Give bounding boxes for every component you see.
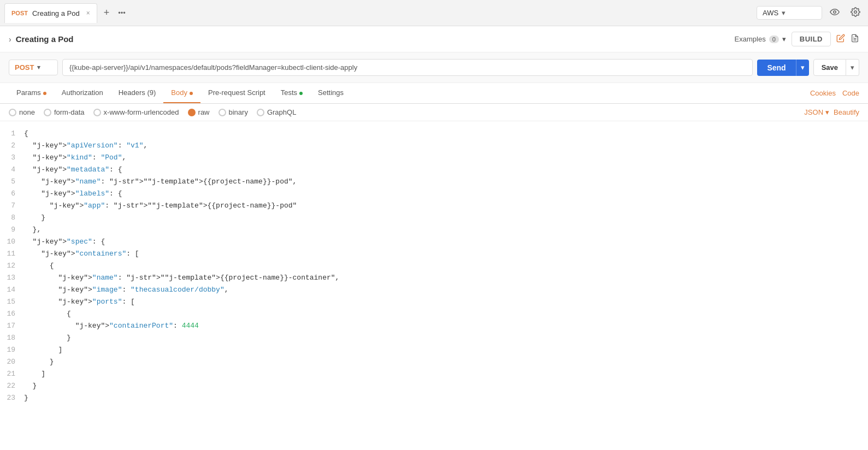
line-content: "j-key">"kind": "Pod", [22,152,868,164]
code-link[interactable]: Code [842,89,859,97]
send-button[interactable]: Send [757,60,795,76]
save-arrow-icon: ▾ [851,63,854,72]
tab-headers[interactable]: Headers (9) [111,83,164,103]
breadcrumb: › Creating a Pod [9,34,74,44]
params-dot [43,92,46,95]
line-number: 1 [0,128,22,140]
line-number: 22 [0,380,22,392]
tab-title: Creating a Pod [32,9,80,17]
code-line-4: 4 "j-key">"metadata": { [0,164,868,176]
environment-selector[interactable]: AWS ▾ [757,6,822,20]
save-dropdown-button[interactable]: ▾ [846,59,859,76]
save-button[interactable]: Save [813,59,846,76]
code-editor[interactable]: 1{2 "j-key">"apiVersion": "v1",3 "j-key"… [0,121,868,411]
json-type-label: JSON [804,108,823,116]
line-content: "j-key">"name": "j-str">""j-template">{{… [22,272,868,284]
radio-form-data-icon [44,109,51,116]
settings-icon-button[interactable] [847,5,864,21]
svg-point-1 [854,10,857,13]
method-arrow-icon: ▾ [37,64,40,71]
examples-button[interactable]: Examples 0 ▾ [735,35,786,43]
tests-dot [299,92,303,95]
page-header: › Creating a Pod Examples 0 ▾ BUILD [0,26,868,52]
code-line-3: 3 "j-key">"kind": "Pod", [0,152,868,164]
doc-icon-button[interactable] [851,34,859,45]
tab-body[interactable]: Body [163,83,200,103]
json-type-arrow-icon: ▾ [825,108,829,116]
save-button-group: Save ▾ [813,59,859,76]
send-dropdown-button[interactable]: ▾ [796,60,809,76]
json-type-selector[interactable]: JSON ▾ [804,108,829,116]
line-content: }, [22,224,868,236]
active-tab[interactable]: POST Creating a Pod × [4,3,97,23]
build-button[interactable]: BUILD [792,32,831,46]
code-line-7: 7 "j-key">"app": "j-str">""j-template">{… [0,200,868,212]
radio-none-icon [9,109,16,116]
code-line-6: 6 "j-key">"labels": { [0,188,868,200]
line-content: "j-key">"apiVersion": "v1", [22,140,868,152]
code-line-8: 8 } [0,212,868,224]
more-tabs-button[interactable]: ••• [114,7,130,19]
tab-tests[interactable]: Tests [273,83,310,103]
radio-binary-icon [219,109,226,116]
line-content: ] [22,368,868,380]
option-x-www-form-urlencoded[interactable]: x-www-form-urlencoded [93,108,179,116]
edit-icon-button[interactable] [836,34,845,45]
line-content: "j-key">"containers": [ [22,248,868,260]
line-content: ] [22,344,868,356]
send-arrow-icon: ▾ [801,63,805,72]
page-header-actions: Examples 0 ▾ BUILD [735,32,859,46]
line-number: 20 [0,356,22,368]
tab-params[interactable]: Params [9,83,54,103]
tab-authorization[interactable]: Authorization [54,83,111,103]
line-number: 13 [0,272,22,284]
line-content: } [22,212,868,224]
line-content: { [22,308,868,320]
url-bar: POST ▾ Send ▾ Save ▾ [0,52,868,83]
line-number: 3 [0,152,22,164]
line-content: } [22,356,868,368]
url-input[interactable] [62,59,753,76]
code-line-10: 10 "j-key">"spec": { [0,236,868,248]
env-arrow-icon: ▾ [782,9,786,17]
line-content: } [22,392,868,404]
radio-raw-icon [188,109,196,116]
line-content: "j-key">"image": "thecasualcoder/dobby", [22,284,868,296]
option-graphql[interactable]: GraphQL [257,108,296,116]
method-label: POST [15,63,34,72]
code-line-11: 11 "j-key">"containers": [ [0,248,868,260]
line-number: 2 [0,140,22,152]
line-content: "j-key">"labels": { [22,188,868,200]
tab-settings[interactable]: Settings [310,83,351,103]
code-line-12: 12 { [0,260,868,272]
eye-icon-button[interactable] [826,5,843,21]
code-line-9: 9 }, [0,224,868,236]
tabs-row-right: Cookies Code [810,89,859,97]
code-line-17: 17 "j-key">"containerPort": 4444 [0,320,868,332]
option-raw[interactable]: raw [188,108,210,116]
line-number: 9 [0,224,22,236]
line-content: "j-key">"name": "j-str">""j-template">{{… [22,176,868,188]
tab-bar: POST Creating a Pod × + ••• AWS ▾ [0,0,868,26]
method-selector[interactable]: POST ▾ [9,60,58,75]
option-none[interactable]: none [9,108,35,116]
tab-pre-request[interactable]: Pre-request Script [200,83,273,103]
line-content: { [22,260,868,272]
tab-close-icon[interactable]: × [86,9,90,17]
examples-arrow-icon: ▾ [782,35,786,43]
beautify-button[interactable]: Beautify [834,108,859,116]
new-tab-button[interactable]: + [99,5,114,21]
code-line-21: 21 ] [0,368,868,380]
line-number: 7 [0,200,22,212]
line-number: 10 [0,236,22,248]
line-number: 15 [0,296,22,308]
option-form-data[interactable]: form-data [44,108,85,116]
send-button-group: Send ▾ [757,60,808,76]
line-number: 14 [0,284,22,296]
code-line-22: 22 } [0,380,868,392]
code-line-2: 2 "j-key">"apiVersion": "v1", [0,140,868,152]
cookies-link[interactable]: Cookies [810,89,836,97]
option-binary[interactable]: binary [219,108,248,116]
request-tabs-row: Params Authorization Headers (9) Body Pr… [0,83,868,104]
code-line-15: 15 "j-key">"ports": [ [0,296,868,308]
